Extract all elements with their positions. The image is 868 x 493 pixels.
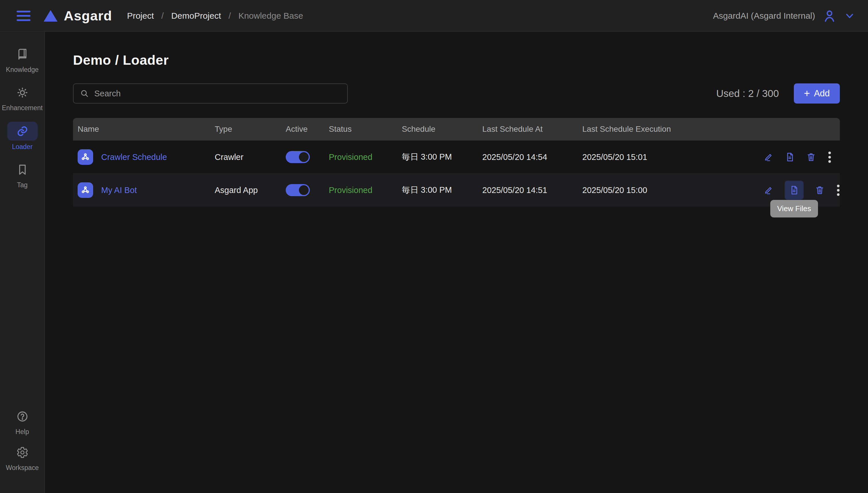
toolbar: Used : 2 / 300 + Add [73, 83, 840, 104]
user-icon[interactable] [822, 8, 837, 23]
table-row: My AI Bot Asgard App Provisioned 毎日 3:00… [73, 173, 840, 207]
sun-icon [13, 83, 31, 102]
plus-icon: + [804, 88, 810, 99]
link-icon [7, 122, 38, 141]
search-input[interactable] [94, 89, 341, 99]
app-logo[interactable]: Asgard [44, 8, 112, 24]
sidebar-item-loader[interactable]: Loader [0, 122, 45, 151]
row-last-schedule-at: 2025/05/20 14:54 [478, 152, 578, 162]
row-last-schedule-execution: 2025/05/20 15:00 [578, 186, 759, 195]
sidebar-item-help[interactable]: Help [0, 407, 45, 436]
more-icon[interactable] [836, 184, 841, 197]
book-icon [13, 45, 31, 64]
row-type: Asgard App [210, 186, 281, 195]
bookmark-icon [13, 160, 31, 179]
breadcrumb-separator: / [228, 11, 231, 21]
logo-text: Asgard [64, 8, 112, 24]
sidebar-item-enhancement[interactable]: Enhancement [0, 83, 45, 112]
sidebar-item-label: Knowledge [6, 66, 39, 73]
sidebar-item-label: Help [16, 428, 29, 436]
usage-counter: Used : 2 / 300 [716, 88, 779, 99]
hamburger-menu-icon[interactable] [17, 10, 30, 21]
add-button-label: Add [814, 88, 830, 99]
active-toggle[interactable] [286, 184, 310, 196]
edit-icon[interactable] [763, 152, 774, 162]
breadcrumb-separator: / [161, 11, 163, 21]
more-icon[interactable] [827, 150, 832, 164]
row-last-schedule-at: 2025/05/20 14:51 [478, 186, 578, 195]
col-header-name: Name [73, 125, 210, 134]
add-button[interactable]: + Add [794, 83, 840, 104]
chevron-down-icon[interactable] [844, 10, 855, 22]
loader-type-icon [77, 149, 93, 165]
active-toggle[interactable] [286, 151, 310, 163]
view-files-tooltip: View Files [770, 200, 818, 217]
col-header-last-schedule-execution: Last Schedule Execution [578, 125, 759, 134]
breadcrumb-knowledge-base: Knowledge Base [238, 11, 303, 21]
breadcrumb-demoproject[interactable]: DemoProject [171, 11, 221, 21]
row-last-schedule-execution: 2025/05/20 15:01 [578, 152, 759, 162]
breadcrumb: Project / DemoProject / Knowledge Base [127, 11, 303, 21]
table-row: Crawler Schedule Crawler Provisioned 毎日 … [73, 141, 840, 173]
col-header-last-schedule-at: Last Schedule At [478, 125, 578, 134]
status-badge: Provisioned [324, 186, 397, 195]
sidebar-item-tag[interactable]: Tag [0, 160, 45, 189]
edit-icon[interactable] [763, 185, 774, 195]
row-schedule: 毎日 3:00 PM [397, 151, 478, 163]
account-name: AsgardAI (Asgard Internal) [713, 11, 815, 21]
view-files-icon[interactable] [785, 152, 795, 162]
row-schedule: 毎日 3:00 PM [397, 185, 478, 196]
main-content: Demo / Loader Used : 2 / 300 + Add Name … [45, 32, 868, 493]
search-icon [80, 89, 89, 98]
topbar: Asgard Project / DemoProject / Knowledge… [0, 0, 868, 31]
breadcrumb-project[interactable]: Project [127, 11, 154, 21]
logo-triangle-icon [44, 10, 58, 22]
view-files-icon [789, 185, 799, 195]
col-header-schedule: Schedule [397, 125, 478, 134]
help-circle-icon [13, 407, 31, 426]
row-name-link[interactable]: My AI Bot [101, 186, 137, 195]
delete-icon[interactable] [806, 152, 816, 162]
col-header-status: Status [324, 125, 397, 134]
table-header: Name Type Active Status Schedule Last Sc… [73, 118, 840, 141]
sidebar-item-label: Enhancement [2, 104, 43, 112]
row-type: Crawler [210, 152, 281, 162]
search-box[interactable] [73, 83, 348, 104]
col-header-active: Active [281, 125, 324, 134]
sidebar: Knowledge Enhancement Loader Tag [0, 32, 45, 493]
sidebar-item-knowledge[interactable]: Knowledge [0, 45, 45, 73]
page-title: Demo / Loader [73, 52, 840, 68]
col-header-type: Type [210, 125, 281, 134]
sidebar-item-workspace[interactable]: Workspace [0, 443, 45, 472]
sidebar-item-label: Tag [17, 181, 28, 189]
sidebar-item-label: Loader [12, 143, 33, 151]
delete-icon[interactable] [815, 185, 825, 195]
sidebar-item-label: Workspace [6, 464, 39, 472]
loader-table: Name Type Active Status Schedule Last Sc… [73, 118, 840, 207]
view-files-button-hovered[interactable]: View Files [785, 180, 804, 200]
loader-type-icon [77, 183, 93, 198]
gear-icon [13, 443, 31, 462]
row-name-link[interactable]: Crawler Schedule [101, 152, 167, 162]
status-badge: Provisioned [324, 152, 397, 162]
